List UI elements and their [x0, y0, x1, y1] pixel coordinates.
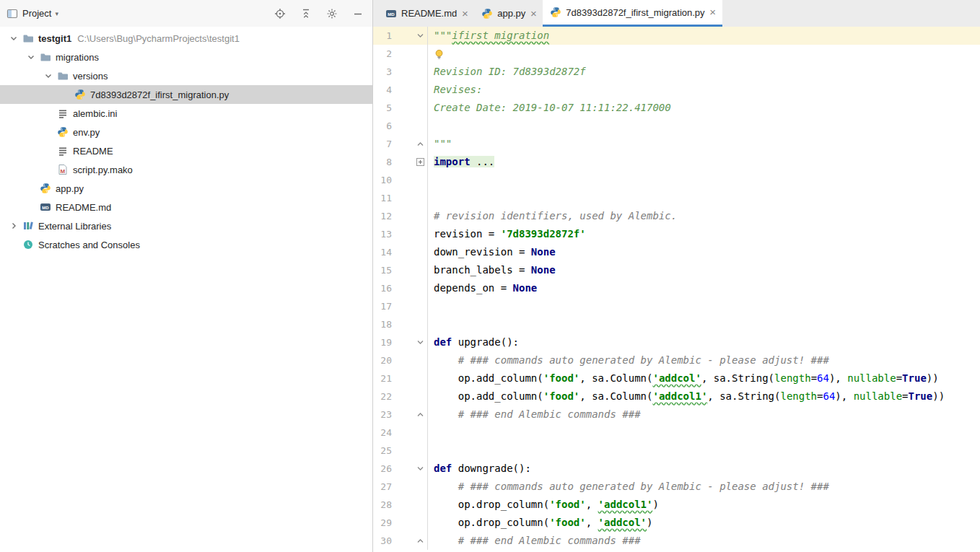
folder-icon [56, 70, 69, 82]
code-line-1[interactable]: 1"""ifirst migration [373, 27, 980, 45]
code-token: 64 [823, 390, 835, 402]
code-line-29[interactable]: 29 op.drop_column('food', 'addcol') [373, 514, 980, 532]
editor[interactable]: 1"""ifirst migration23Revision ID: 7d839… [373, 27, 980, 552]
locate-file-button[interactable] [270, 4, 290, 23]
tree-item-alembic-ini[interactable]: alembic.ini [0, 104, 372, 123]
chevron-down-icon[interactable] [23, 52, 39, 62]
code-token: # ### commands auto generated by Alembic… [434, 354, 829, 366]
tree-item-migrations[interactable]: migrations [0, 48, 372, 66]
tree-item-env-py[interactable]: env.py [0, 123, 372, 141]
code-text [428, 424, 980, 442]
code-line-6[interactable]: 6 [373, 117, 980, 135]
fold-marker-open-icon[interactable] [415, 338, 425, 347]
fold-marker-end-icon[interactable] [415, 537, 425, 546]
code-line-10[interactable]: 10 [373, 171, 980, 189]
tree-item-versions[interactable]: versions [0, 66, 372, 85]
code-line-22[interactable]: 22 op.add_column('food', sa.Column('addc… [373, 387, 980, 406]
code-token: ) [647, 517, 652, 528]
code-token: True [909, 390, 933, 402]
editor-area: MDREADME.md×app.py×7d8393d2872f_ifirst_m… [373, 0, 980, 552]
tree-item-readme-md[interactable]: MDREADME.md [0, 198, 372, 216]
tab-7d8393d2872f-ifirst-migration-py[interactable]: 7d8393d2872f_ifirst_migration.py× [543, 0, 722, 27]
fold-marker-folded-icon[interactable] [415, 158, 425, 167]
scratches-icon [22, 239, 35, 250]
code-line-20[interactable]: 20 # ### commands auto generated by Alem… [373, 351, 980, 369]
code-token: depends_on = [434, 282, 513, 294]
close-icon[interactable]: × [460, 9, 470, 19]
fold-marker-end-icon[interactable] [415, 411, 425, 419]
line-number: 6 [373, 121, 392, 131]
code-line-24[interactable]: 24 [373, 424, 980, 442]
code-token: , sa.String( [707, 390, 780, 402]
code-token: None [531, 246, 556, 258]
tree-item-7d8393d2872f-ifirst-migration-py[interactable]: 7d8393d2872f_ifirst_migration.py [0, 85, 372, 104]
fold-marker-open-icon[interactable] [415, 465, 425, 473]
code-line-30[interactable]: 30 # ### end Alembic commands ### [373, 532, 980, 550]
code-line-23[interactable]: 23 # ### end Alembic commands ### [373, 406, 980, 424]
collapse-all-button[interactable] [296, 4, 316, 23]
code-token: revision = [434, 228, 501, 240]
code-line-12[interactable]: 12# revision identifiers, used by Alembi… [373, 207, 980, 225]
chevron-down-icon[interactable] [40, 71, 56, 81]
code-text [428, 442, 980, 460]
code-line-11[interactable]: 11 [373, 189, 980, 207]
code-token: ), [835, 390, 853, 402]
code-line-3[interactable]: 3Revision ID: 7d8393d2872f [373, 63, 980, 81]
python-icon [56, 126, 69, 138]
tree-item-external-libraries[interactable]: External Libraries [0, 216, 372, 235]
tree-item-testgit1[interactable]: testgit1C:\Users\Bug\PycharmProjects\tes… [0, 29, 372, 48]
python-icon [550, 6, 561, 18]
line-number: 28 [373, 499, 392, 510]
mako-icon: M [56, 164, 69, 175]
text-icon [56, 145, 69, 157]
chevron-right-icon[interactable] [6, 221, 22, 231]
code-line-28[interactable]: 28 op.drop_column('food', 'addcol1') [373, 496, 980, 514]
fold-marker-open-icon[interactable] [415, 32, 425, 40]
code-line-15[interactable]: 15branch_labels = None [373, 261, 980, 279]
tree-item-scratches-and-consoles[interactable]: Scratches and Consoles [0, 235, 372, 254]
code-line-19[interactable]: 19def upgrade(): [373, 333, 980, 351]
tab-readme-md[interactable]: MDREADME.md× [378, 0, 474, 27]
code-line-16[interactable]: 16depends_on = None [373, 279, 980, 297]
editor-gutter: 27 [373, 478, 428, 496]
code-text: down_revision = None [428, 243, 980, 261]
code-line-17[interactable]: 17 [373, 297, 980, 315]
tree-item-script-py-mako[interactable]: Mscript.py.mako [0, 160, 372, 179]
markdown-icon: MD [39, 201, 52, 213]
code-line-4[interactable]: 4Revises: [373, 81, 980, 99]
code-line-25[interactable]: 25 [373, 442, 980, 460]
code-line-7[interactable]: 7""" [373, 135, 980, 153]
intention-bulb-icon[interactable] [434, 49, 445, 60]
close-icon[interactable]: × [528, 9, 538, 19]
gear-icon [325, 8, 338, 19]
code-line-14[interactable]: 14down_revision = None [373, 243, 980, 261]
tree-item-label: Scratches and Consoles [38, 240, 140, 250]
fold-marker-end-icon[interactable] [415, 140, 425, 149]
project-panel-title[interactable]: Project [22, 8, 51, 19]
editor-gutter: 2 [373, 45, 428, 63]
tab-app-py[interactable]: app.py× [474, 0, 543, 27]
code-line-27[interactable]: 27 # ### commands auto generated by Alem… [373, 478, 980, 496]
editor-gutter: 15 [373, 261, 428, 279]
code-text [428, 117, 980, 135]
tree-item-readme[interactable]: README [0, 141, 372, 160]
chevron-down-icon[interactable]: ▾ [55, 10, 58, 17]
code-token: Revision ID: 7d8393d2872f [434, 66, 586, 77]
chevron-down-icon[interactable] [6, 33, 22, 43]
code-text: branch_labels = None [428, 261, 980, 279]
project-tool-icon [6, 8, 19, 19]
code-line-18[interactable]: 18 [373, 315, 980, 333]
code-line-21[interactable]: 21 op.add_column('food', sa.Column('addc… [373, 369, 980, 387]
code-token: downgrade(): [452, 463, 531, 474]
code-token: None [513, 282, 538, 294]
close-icon[interactable]: × [708, 7, 718, 17]
code-line-26[interactable]: 26def downgrade(): [373, 460, 980, 478]
tree-item-app-py[interactable]: app.py [0, 179, 372, 198]
code-line-5[interactable]: 5Create Date: 2019-10-07 11:11:22.417000 [373, 99, 980, 117]
code-line-13[interactable]: 13revision = '7d8393d2872f' [373, 225, 980, 243]
hide-panel-button[interactable] [348, 4, 368, 23]
code-line-8[interactable]: 8import ... [373, 153, 980, 171]
settings-button[interactable] [322, 4, 342, 23]
code-token: """ [434, 30, 452, 41]
code-line-2[interactable]: 2 [373, 45, 980, 63]
